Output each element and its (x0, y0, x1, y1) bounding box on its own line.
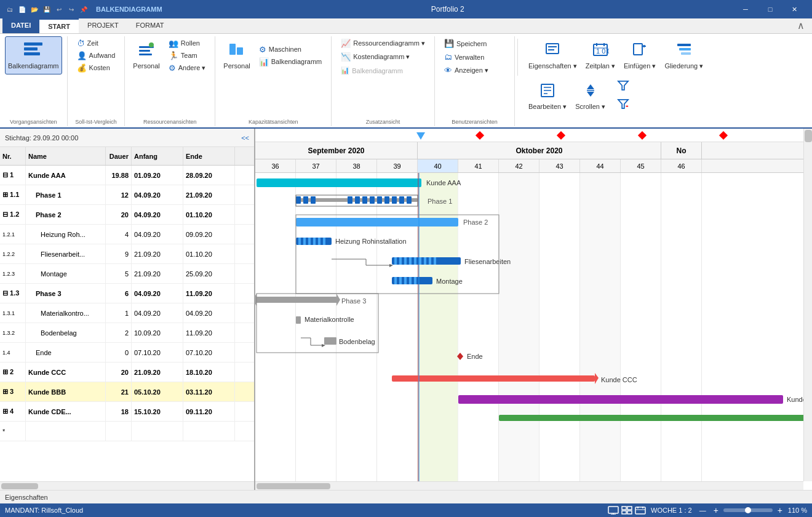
ribbon-group-zusatz-inner: 📈Ressourcendiagramm ▾ 📉Kostendiagramm ▾ … (336, 36, 429, 115)
filter2-button[interactable] (613, 95, 633, 113)
week-38: 38 (336, 159, 377, 172)
zoom-plus-btn[interactable]: + (778, 505, 782, 515)
kostendiagramm-button[interactable]: 📉Kostendiagramm ▾ (336, 51, 429, 63)
cell-1-4-name: Ende (26, 343, 106, 362)
cell-1-2-1-nr: 1.2.1 (0, 225, 26, 244)
gantt-row-1[interactable]: ⊟ 1 Kunde AAA 19.88 01.09.20 28.09.20 (0, 166, 254, 185)
chart-vscrollbar-thumb[interactable] (805, 130, 812, 142)
svg-rect-2 (24, 52, 40, 55)
svg-rect-22 (681, 52, 691, 55)
kapazitaet-personal-button[interactable]: Personal (220, 36, 253, 74)
gantt-row-1-2-3[interactable]: 1.2.3 Montage 5 21.09.20 25.09.20 (0, 264, 254, 284)
personal-ressourcen-button[interactable]: Personal (130, 36, 162, 74)
chart-vscrollbar[interactable] (803, 129, 812, 481)
bar-label-bbb: Kunde BBB (787, 396, 803, 403)
cell-1-1-dauer: 12 (106, 185, 132, 204)
balkendiagramm-button[interactable]: Balkendiagramm (5, 36, 62, 74)
new-icon[interactable]: 📄 (17, 4, 27, 14)
bar-label-boden: Bodenbelag (339, 338, 375, 345)
cell-1-2-1-name: Heizung Roh... (26, 225, 106, 244)
cell-1-2-name: Phase 2 (26, 205, 106, 224)
filter-button[interactable] (613, 77, 633, 94)
cell-1-4-anfang: 07.10.20 (132, 343, 183, 362)
redo-icon[interactable]: ↪ (66, 4, 76, 14)
gantt-row-2[interactable]: ⊞ 2 Kunde CCC 20 21.09.20 18.10.20 (0, 363, 254, 382)
ribbon: DATEI START PROJEKT FORMAT ∧ Balkendiagr (0, 18, 812, 129)
close-button[interactable]: ✕ (782, 0, 807, 18)
month-sep: September 2020 (255, 142, 418, 159)
kostendiagramm-icon: 📉 (341, 52, 351, 62)
eigenschaften-button[interactable]: Eigenschaften ▾ (525, 36, 580, 74)
chart-hscrollbar[interactable] (255, 481, 803, 490)
bar-label-montage: Montage (436, 278, 463, 285)
balken-disabled-button: 📊Balkendiagramm (336, 65, 429, 76)
speichern-button[interactable]: 💾Speichern (440, 38, 493, 49)
gantt-row-1-4[interactable]: 1.4 Ende 0 07.10.20 07.10.20 (0, 343, 254, 363)
gantt-table-scrollbar-thumb[interactable] (1, 483, 38, 489)
gantt-table: Stichtag: 29.09.20 00:00 << Nr. Name Dau… (0, 129, 255, 490)
filter2-icon (617, 98, 629, 110)
cell-1-3-1-anfang: 04.09.20 (132, 303, 183, 323)
anzeigen-button[interactable]: 👁Anzeigen ▾ (440, 65, 493, 76)
rollen-button[interactable]: 👥Rollen (164, 38, 210, 49)
aufwand-button[interactable]: 👤Aufwand (73, 50, 120, 62)
cell-1-3-dauer: 6 (106, 284, 132, 303)
kapazitaet-buttons: ⚙Maschinen 📊Balkendiagramm (255, 36, 327, 74)
undo-icon[interactable]: ↩ (54, 4, 64, 14)
bar-montage-s4 (409, 277, 412, 284)
marker-diamond-3 (638, 131, 647, 140)
kosten-button[interactable]: 💰Kosten (73, 62, 120, 74)
ribbon-group-vorgangsansichten-inner: Balkendiagramm (5, 36, 62, 115)
bar-fliesen-s6 (419, 257, 421, 265)
gantt-row-1-2[interactable]: ⊟ 1.2 Phase 2 20 04.09.20 01.10.20 (0, 205, 254, 225)
week-37: 37 (296, 159, 336, 172)
gantt-row-1-1[interactable]: ⊞ 1.1 Phase 1 12 04.09.20 21.09.20 (0, 185, 254, 205)
bar-phase3-arrow-right (336, 294, 340, 306)
minimize-button[interactable]: ─ (733, 0, 758, 18)
zeit-button[interactable]: ⏱Zeit (73, 38, 120, 49)
gantt-row-1-3[interactable]: ⊟ 1.3 Phase 3 6 04.09.20 11.09.20 (0, 284, 254, 303)
zoom-minus-btn[interactable]: + (714, 505, 718, 515)
gantt-row-3[interactable]: ⊞ 3 Kunde BBB 21 05.10.20 03.11.20 (0, 382, 254, 402)
chart-hscrollbar-thumb[interactable] (257, 483, 330, 489)
andere-button[interactable]: ⚙Andere ▾ (164, 62, 210, 74)
week-45: 45 (621, 159, 661, 172)
bar-label-ccc: Kunde CCC (601, 376, 637, 383)
window-controls: ─ □ ✕ (733, 0, 807, 18)
save-icon[interactable]: 💾 (42, 4, 52, 14)
gantt-row-1-2-2[interactable]: 1.2.2 Fliesenarbeit... 9 21.09.20 01.10.… (0, 244, 254, 264)
ribbon-collapse-btn[interactable]: ∧ (792, 18, 810, 33)
verwalten-button[interactable]: 🗂Verwalten (440, 51, 493, 63)
tab-format[interactable]: FORMAT (127, 18, 173, 33)
gantt-row-1-3-1[interactable]: 1.3.1 Materialkontro... 1 04.09.20 04.09… (0, 303, 254, 323)
col-header-ende: Ende (183, 147, 235, 165)
cell-1-3-1-ende: 04.09.20 (183, 303, 235, 323)
einfuegen-button[interactable]: Einfügen ▾ (621, 36, 659, 74)
gantt-row-1-3-2[interactable]: 1.3.2 Bodenbelag 2 10.09.20 11.09.20 (0, 323, 254, 343)
bar-ccc-arrow (595, 373, 599, 384)
scrollen-button[interactable]: Scrollen ▾ (572, 77, 608, 115)
tab-projekt[interactable]: PROJEKT (79, 18, 127, 33)
team-button[interactable]: 🏃Team (164, 50, 210, 62)
soll-ist-buttons: ⏱Zeit 👤Aufwand 💰Kosten (73, 36, 120, 74)
nav-prev-button[interactable]: << (241, 134, 249, 142)
zeitplan-button[interactable]: 1 0 0 Zeitplan ▾ (583, 36, 618, 74)
chart-inner: September 2020 Oktober 2020 No 36 37 38 … (255, 129, 803, 490)
tab-start[interactable]: START (39, 18, 79, 33)
maximize-button[interactable]: □ (758, 0, 782, 18)
kapazitaet-balken-button[interactable]: 📊Balkendiagramm (255, 56, 327, 68)
zoom-slider-thumb[interactable] (745, 507, 751, 513)
ribbon-group-zusatz: 📈Ressourcendiagramm ▾ 📉Kostendiagramm ▾ … (332, 36, 435, 126)
open-icon[interactable]: 📂 (30, 4, 39, 14)
maschinen-button[interactable]: ⚙Maschinen (255, 44, 327, 55)
gliederung-button[interactable]: Gliederung ▾ (661, 36, 706, 74)
gantt-row-4[interactable]: ⊞ 4 Kunde CDE... 18 15.10.20 09.11.20 (0, 402, 254, 422)
pin-icon[interactable]: 📌 (79, 4, 89, 14)
gantt-table-scrollbar[interactable] (0, 481, 254, 490)
zoom-slider[interactable] (723, 508, 773, 512)
bearbeiten-button[interactable]: Bearbeiten ▾ (525, 77, 570, 115)
ressourcendiagramm-button[interactable]: 📈Ressourcendiagramm ▾ (336, 38, 429, 49)
gantt-row-1-2-1[interactable]: 1.2.1 Heizung Roh... 4 04.09.20 09.09.20 (0, 225, 254, 244)
tab-datei[interactable]: DATEI (2, 18, 39, 33)
personal-ressourcen-icon (138, 41, 155, 61)
